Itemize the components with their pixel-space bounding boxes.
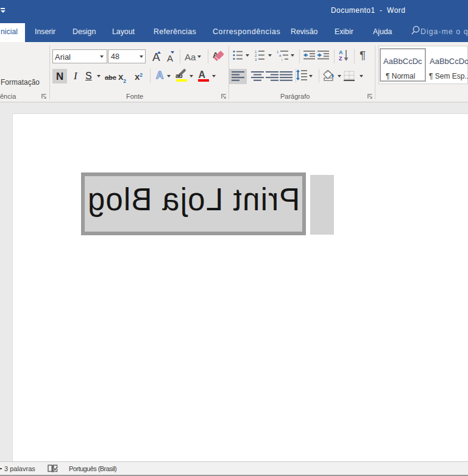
svg-text:1: 1: [277, 50, 279, 54]
svg-text:2: 2: [255, 54, 257, 57]
svg-text:3: 3: [255, 58, 257, 62]
svg-text:i: i: [282, 58, 282, 62]
svg-text:a: a: [279, 54, 282, 57]
svg-text:1: 1: [255, 50, 257, 54]
svg-text:Z: Z: [339, 55, 342, 62]
svg-text:A: A: [339, 49, 343, 55]
